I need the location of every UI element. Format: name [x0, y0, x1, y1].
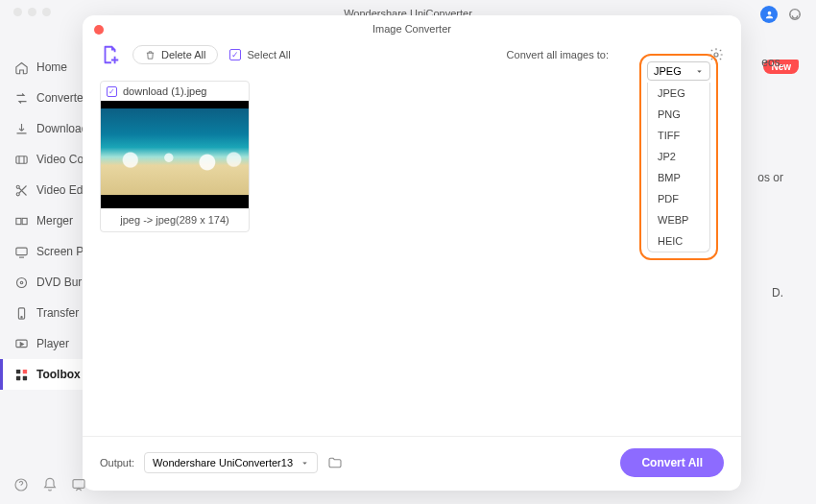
background-hint-text: eos. os or D. — [757, 56, 783, 300]
sidebar-item-label: Home — [36, 60, 67, 74]
home-icon — [13, 60, 29, 75]
sidebar-item-label: Video Editor — [36, 183, 83, 197]
sidebar-item-label: Player — [36, 337, 69, 350]
sidebar-item-label: Transfer — [36, 306, 79, 320]
sidebar: Home Converter Downloader Video Compress… — [0, 13, 83, 504]
svg-point-11 — [20, 316, 21, 317]
sidebar-item-toolbox[interactable]: Toolbox — [0, 359, 83, 390]
sidebar-item-label: Video Compressor — [36, 153, 83, 166]
svg-point-0 — [767, 11, 771, 14]
convert-all-button[interactable]: Convert All — [620, 448, 724, 477]
delete-all-label: Delete All — [161, 49, 205, 60]
sidebar-item-converter[interactable]: Converter — [0, 83, 83, 113]
merge-icon — [13, 213, 29, 228]
svg-rect-15 — [15, 375, 19, 379]
chevron-down-icon — [695, 67, 704, 76]
disc-icon — [13, 275, 29, 290]
sidebar-item-video-compressor[interactable]: Video Compressor — [0, 144, 83, 175]
tile-checkbox[interactable]: ✓ — [107, 86, 117, 97]
svg-rect-16 — [22, 375, 26, 379]
select-all-label: Select All — [247, 49, 290, 60]
tile-filename: download (1).jpeg — [123, 85, 206, 97]
tile-status: jpeg -> jpeg(289 x 174) — [101, 208, 249, 231]
sidebar-item-merger[interactable]: Merger — [0, 205, 83, 236]
toolbox-icon — [13, 367, 29, 382]
help-icon[interactable] — [13, 477, 29, 492]
svg-rect-6 — [22, 218, 27, 224]
window-traffic-lights[interactable] — [13, 8, 51, 16]
svg-point-3 — [16, 185, 19, 188]
download-icon — [13, 121, 29, 136]
sidebar-item-label: Converter — [36, 91, 83, 105]
sidebar-item-label: DVD Burner — [36, 276, 83, 289]
output-path-select[interactable]: Wondershare UniConverter13 — [144, 452, 318, 473]
sidebar-item-home[interactable]: Home — [0, 52, 83, 83]
convert-all-label: Convert All — [641, 456, 703, 469]
svg-point-4 — [16, 192, 19, 195]
converter-icon — [13, 90, 29, 106]
output-path-value: Wondershare UniConverter13 — [153, 457, 293, 468]
svg-rect-19 — [73, 480, 84, 489]
svg-rect-14 — [22, 369, 26, 372]
trash-icon — [145, 50, 156, 60]
sidebar-item-label: Merger — [36, 214, 73, 228]
sidebar-item-player[interactable]: Player — [0, 328, 83, 359]
player-icon — [13, 336, 29, 351]
transfer-icon — [13, 305, 29, 321]
select-all-checkbox[interactable]: ✓ Select All — [229, 49, 290, 60]
scissors-icon — [13, 182, 29, 198]
svg-rect-2 — [15, 156, 26, 163]
tile-thumbnail — [101, 101, 249, 208]
chevron-down-icon — [300, 459, 309, 468]
screen-icon — [13, 244, 29, 259]
image-converter-modal: Image Converter Delete All ✓ Select All … — [83, 15, 741, 491]
output-label: Output: — [100, 457, 134, 468]
compress-icon — [13, 152, 29, 167]
delete-all-button[interactable]: Delete All — [132, 45, 218, 64]
image-tile[interactable]: ✓ download (1).jpeg jpeg -> jpeg(289 x 1… — [100, 81, 250, 232]
sidebar-item-transfer[interactable]: Transfer — [0, 298, 83, 328]
modal-title: Image Converter — [83, 15, 741, 35]
open-folder-icon[interactable] — [327, 455, 343, 470]
notifications-icon[interactable] — [42, 477, 58, 492]
account-avatar[interactable] — [760, 6, 778, 23]
sidebar-item-label: Screen Pair — [36, 245, 83, 258]
sidebar-item-label: Toolbox — [36, 368, 81, 381]
add-file-icon[interactable] — [100, 44, 121, 65]
svg-rect-7 — [15, 248, 26, 255]
sidebar-item-downloader[interactable]: Downloader — [0, 113, 83, 144]
support-icon[interactable] — [787, 7, 803, 22]
sidebar-item-dvd-burner[interactable]: DVD Burner — [0, 267, 83, 298]
format-selected-value: JPEG — [654, 65, 682, 77]
svg-point-9 — [20, 281, 23, 284]
svg-point-8 — [16, 277, 26, 287]
sidebar-item-video-editor[interactable]: Video Editor — [0, 175, 83, 205]
sidebar-item-label: Downloader — [36, 122, 83, 135]
svg-rect-13 — [15, 369, 19, 372]
close-button[interactable] — [94, 25, 104, 35]
convert-to-label: Convert all images to: — [507, 49, 609, 60]
feedback-icon[interactable] — [71, 477, 86, 492]
svg-rect-5 — [15, 218, 20, 224]
sidebar-item-screen-pair[interactable]: Screen Pair — [0, 236, 83, 267]
